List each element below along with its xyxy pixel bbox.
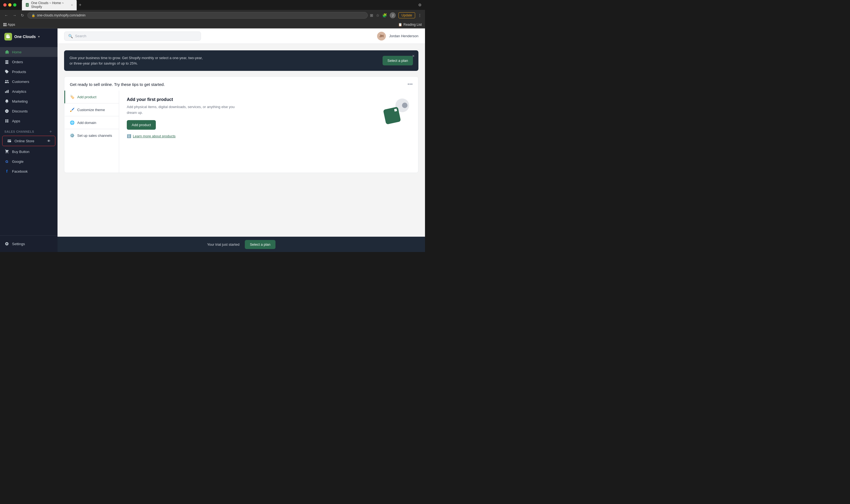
analytics-icon bbox=[4, 89, 9, 94]
online-store-left: Online Store bbox=[7, 139, 34, 143]
sidebar-item-facebook[interactable]: f Facebook bbox=[0, 166, 57, 176]
sidebar-header[interactable]: One Clouds ▾ bbox=[0, 29, 57, 45]
browser-toolbar-icons: ⊞ ☆ 🧩 J Update ⋮ bbox=[370, 12, 422, 18]
product-illustration bbox=[383, 97, 411, 125]
extensions-icon[interactable]: 🧩 bbox=[382, 13, 387, 18]
banner-close-button[interactable]: × bbox=[412, 54, 415, 58]
store-dropdown-icon: ▾ bbox=[38, 35, 40, 39]
sidebar-item-settings[interactable]: Settings bbox=[0, 239, 57, 249]
info-icon: ℹ️ bbox=[127, 134, 131, 138]
tip-item-label-set-up-channels: Set up sales channels bbox=[77, 133, 112, 138]
tip-item-customize-theme[interactable]: 🖌️ Customize theme bbox=[64, 104, 119, 116]
tips-detail-description: Add physical items, digital downloads, s… bbox=[127, 104, 236, 116]
search-bar[interactable]: 🔍 Search bbox=[64, 32, 201, 41]
add-channel-button[interactable]: + bbox=[48, 129, 53, 134]
facebook-icon: f bbox=[4, 169, 9, 174]
tip-item-add-domain[interactable]: 🌐 Add domain bbox=[64, 116, 119, 129]
apps-bar-label: Apps bbox=[8, 23, 15, 26]
tips-sidebar: 🏷️ Add product 🖌️ Customize theme 🌐 Add … bbox=[64, 91, 119, 173]
browser-toolbar: ← → ↻ 🔒 one-clouds.myshopify.com/admin ⊞… bbox=[0, 10, 425, 21]
apps-grid-icon bbox=[3, 23, 6, 26]
settings-icon bbox=[4, 241, 9, 246]
tag-icon: 🏷️ bbox=[70, 94, 74, 99]
sidebar-item-label-orders: Orders bbox=[12, 60, 23, 64]
customers-icon bbox=[4, 79, 9, 84]
lock-icon: 🔒 bbox=[32, 14, 35, 17]
close-window-btn[interactable] bbox=[3, 3, 6, 6]
sidebar-item-label-home: Home bbox=[12, 50, 22, 54]
reading-list-icon: 📋 bbox=[398, 23, 402, 26]
home-icon bbox=[4, 50, 9, 54]
brush-icon: 🖌️ bbox=[70, 107, 74, 112]
tips-card: Get ready to sell online. Try these tips… bbox=[64, 76, 418, 173]
trial-bar: Your trial just started Select a plan bbox=[57, 237, 425, 252]
sidebar-item-apps[interactable]: Apps bbox=[0, 116, 57, 126]
add-product-button[interactable]: Add product bbox=[127, 120, 156, 130]
sidebar-item-discounts[interactable]: Discounts bbox=[0, 106, 57, 116]
orders-icon bbox=[4, 59, 9, 64]
sidebar-item-orders[interactable]: Orders bbox=[0, 57, 57, 67]
search-input[interactable]: Search bbox=[75, 34, 86, 38]
sidebar-item-analytics[interactable]: Analytics bbox=[0, 87, 57, 96]
buy-button-icon bbox=[4, 149, 9, 154]
channels-icon: ⚙️ bbox=[70, 133, 74, 138]
sidebar-item-label-discounts: Discounts bbox=[12, 109, 28, 113]
trial-select-plan-button[interactable]: Select a plan bbox=[245, 240, 275, 249]
browser-chrome: S One Clouds ~ Home ~ Shopify × + ⚙ ← → … bbox=[0, 0, 425, 29]
tag-shape bbox=[383, 107, 401, 125]
forward-button[interactable]: → bbox=[12, 12, 18, 19]
browser-menu-icon[interactable]: ⋮ bbox=[418, 13, 422, 18]
sidebar-item-google[interactable]: G Google bbox=[0, 157, 57, 166]
eye-icon[interactable]: 👁 bbox=[47, 139, 51, 143]
topbar: 🔍 Search JH Jordan Henderson bbox=[57, 29, 425, 44]
update-button[interactable]: Update bbox=[398, 12, 415, 18]
marketing-icon bbox=[4, 99, 9, 104]
grid-icon[interactable]: ⊞ bbox=[370, 13, 373, 18]
online-store-label: Online Store bbox=[15, 139, 34, 143]
tag-graphic bbox=[384, 98, 409, 123]
active-tab[interactable]: S One Clouds ~ Home ~ Shopify × bbox=[22, 0, 77, 11]
sidebar-item-marketing[interactable]: Marketing bbox=[0, 96, 57, 106]
browser-profile-icon[interactable]: J bbox=[390, 12, 396, 18]
back-button[interactable]: ← bbox=[3, 12, 9, 19]
reading-list-item[interactable]: 📋 Reading List bbox=[398, 23, 422, 26]
tip-item-add-product[interactable]: 🏷️ Add product bbox=[64, 91, 119, 104]
url-bar[interactable]: 🔒 one-clouds.myshopify.com/admin bbox=[28, 12, 368, 19]
learn-more-link[interactable]: Learn more about products bbox=[133, 134, 175, 138]
tip-item-set-up-channels[interactable]: ⚙️ Set up sales channels bbox=[64, 129, 119, 142]
apps-icon bbox=[4, 119, 9, 123]
avatar[interactable]: JH bbox=[377, 32, 386, 40]
reading-list-label: Reading List bbox=[403, 23, 422, 26]
sidebar-item-label-apps: Apps bbox=[12, 119, 20, 123]
tips-title: Get ready to sell online. Try these tips… bbox=[70, 82, 165, 87]
main-content: 🔍 Search JH Jordan Henderson Give your b… bbox=[57, 29, 425, 252]
maximize-window-btn[interactable] bbox=[13, 3, 16, 6]
sidebar-item-online-store[interactable]: Online Store 👁 bbox=[2, 136, 55, 146]
topbar-right: JH Jordan Henderson bbox=[377, 32, 418, 40]
star-icon[interactable]: ☆ bbox=[376, 13, 380, 18]
sidebar-item-label-buy-button: Buy Button bbox=[12, 150, 30, 154]
sidebar-item-label-facebook: Facebook bbox=[12, 169, 28, 174]
sidebar-item-home[interactable]: Home bbox=[0, 47, 57, 57]
minimize-window-btn[interactable] bbox=[8, 3, 12, 6]
sidebar-item-buy-button[interactable]: Buy Button bbox=[0, 147, 57, 157]
sidebar-item-label-analytics: Analytics bbox=[12, 89, 26, 94]
tab-label: One Clouds ~ Home ~ Shopify bbox=[31, 1, 67, 9]
user-name: Jordan Henderson bbox=[389, 34, 418, 38]
tip-item-label-add-domain: Add domain bbox=[77, 121, 96, 125]
browser-settings-icon[interactable]: ⚙ bbox=[418, 3, 422, 7]
tips-header: Get ready to sell online. Try these tips… bbox=[64, 77, 418, 91]
sales-channels-label: SALES CHANNELS bbox=[4, 130, 34, 133]
new-tab-button[interactable]: + bbox=[79, 2, 81, 7]
sidebar-item-customers[interactable]: Customers bbox=[0, 77, 57, 87]
sidebar-item-products[interactable]: Products bbox=[0, 67, 57, 77]
reload-button[interactable]: ↻ bbox=[20, 12, 25, 19]
shopify-logo bbox=[4, 33, 12, 40]
tips-more-button[interactable]: ••• bbox=[407, 82, 413, 87]
tip-item-label-add-product: Add product bbox=[77, 95, 97, 99]
banner-select-plan-button[interactable]: Select a plan bbox=[383, 56, 413, 66]
apps-bar-item[interactable]: Apps bbox=[3, 23, 15, 26]
discounts-icon bbox=[4, 109, 9, 113]
sidebar-footer: Settings bbox=[0, 235, 57, 252]
tab-close-btn[interactable]: × bbox=[71, 3, 73, 6]
